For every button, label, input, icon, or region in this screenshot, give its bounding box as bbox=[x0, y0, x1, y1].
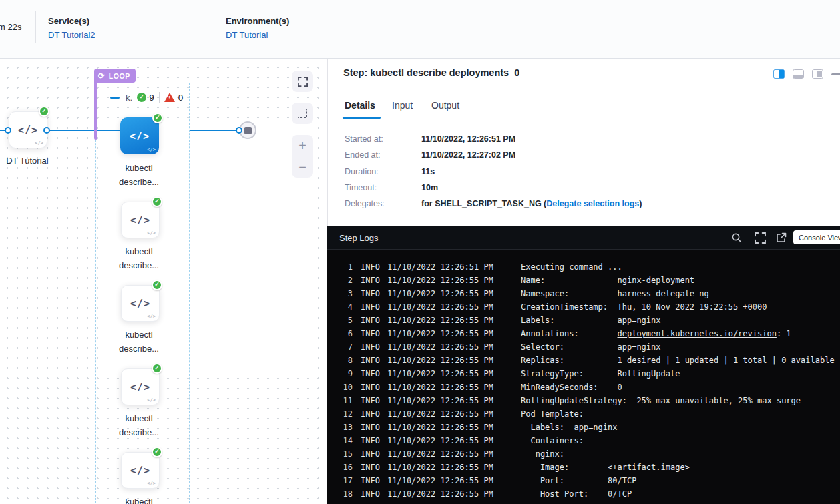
log-line: 6INFO11/10/2022 12:26:55 PMAnnotations: … bbox=[339, 327, 840, 340]
log-level: INFO bbox=[361, 287, 387, 300]
console-view-button[interactable]: Console View bbox=[793, 230, 840, 244]
layout-right-view-button[interactable] bbox=[812, 69, 823, 79]
node-kubectl-describe-4[interactable] bbox=[121, 452, 160, 489]
log-line: 12INFO11/10/2022 12:26:55 PMPod Template… bbox=[339, 407, 840, 421]
log-line: 10INFO11/10/2022 12:26:55 PMMinReadySeco… bbox=[339, 381, 840, 394]
code-mini-icon bbox=[147, 481, 156, 486]
log-message: Executing command ... bbox=[521, 260, 840, 274]
warning-triangle-icon bbox=[164, 93, 175, 102]
log-line-number: 16 bbox=[339, 461, 353, 474]
log-message: Selector: app=nginx bbox=[521, 340, 840, 354]
node-port[interactable] bbox=[5, 127, 11, 134]
tab-details[interactable]: Details bbox=[345, 100, 375, 111]
log-message: Labels: app=nginx bbox=[521, 314, 840, 327]
log-timestamp: 11/10/2022 12:26:55 PM bbox=[387, 340, 521, 354]
log-search-button[interactable] bbox=[731, 232, 742, 246]
log-line: 18INFO11/10/2022 12:26:55 PM Host Port: … bbox=[339, 487, 840, 501]
delegate-selection-logs-link[interactable]: Delegate selection logs bbox=[546, 199, 639, 208]
log-line: 4INFO11/10/2022 12:26:55 PMCreationTimes… bbox=[339, 300, 840, 314]
log-line: 7INFO11/10/2022 12:26:55 PMSelector: app… bbox=[339, 340, 840, 354]
service-link[interactable]: DT Tutorial2 bbox=[48, 30, 95, 40]
status-success-badge bbox=[39, 106, 49, 117]
log-message: Labels: app=nginx bbox=[521, 421, 840, 434]
log-message: Port: 80/TCP bbox=[521, 474, 840, 487]
log-message: Name: nginx-deployment bbox=[521, 274, 840, 287]
node-label: DT Tutorial bbox=[0, 156, 64, 166]
log-level: INFO bbox=[361, 407, 387, 421]
tab-input[interactable]: Input bbox=[392, 100, 413, 111]
field-delegates: Delegates: for SHELL_SCRIPT_TASK_NG (Del… bbox=[345, 199, 642, 208]
success-count: 9 bbox=[149, 93, 154, 103]
log-timestamp: 11/10/2022 12:26:55 PM bbox=[387, 447, 521, 461]
step-details-panel: Step: kubectl describe deployments_0 Det… bbox=[327, 59, 840, 226]
node-kubectl-describe-0[interactable] bbox=[120, 117, 159, 154]
environments-block: Environment(s) DT Tutorial bbox=[226, 16, 289, 40]
log-open-new-tab-button[interactable] bbox=[776, 232, 787, 246]
log-line: 8INFO11/10/2022 12:26:55 PMReplicas: 1 d… bbox=[339, 354, 840, 367]
log-level: INFO bbox=[361, 367, 387, 381]
log-message: Host Port: 0/TCP bbox=[521, 487, 840, 501]
zoom-in-button[interactable]: + bbox=[298, 139, 306, 152]
status-success-badge bbox=[152, 363, 162, 374]
environment-link[interactable]: DT Tutorial bbox=[226, 30, 289, 40]
log-level: INFO bbox=[361, 487, 387, 501]
log-fullscreen-button[interactable] bbox=[755, 232, 766, 246]
code-mini-icon bbox=[147, 314, 156, 319]
log-level: INFO bbox=[361, 274, 387, 287]
log-line-number: 13 bbox=[339, 421, 353, 434]
log-line: 1INFO11/10/2022 12:26:51 PMExecuting com… bbox=[339, 260, 840, 274]
graph-select-button[interactable] bbox=[292, 103, 313, 124]
node-label: kubectl describe... bbox=[99, 246, 179, 270]
step-logs-console[interactable]: 1INFO11/10/2022 12:26:51 PMExecuting com… bbox=[327, 250, 840, 504]
graph-fullscreen-button[interactable] bbox=[292, 71, 313, 92]
count-divider bbox=[159, 92, 160, 103]
layout-bottom-view-button[interactable] bbox=[793, 69, 804, 79]
node-kubectl-describe-1[interactable] bbox=[121, 202, 160, 238]
node-dt-tutorial[interactable] bbox=[9, 111, 47, 148]
layout-split-view-button[interactable] bbox=[773, 69, 785, 79]
bottom-view-fill bbox=[793, 75, 803, 78]
log-line-number: 11 bbox=[339, 394, 353, 407]
node-port[interactable] bbox=[236, 127, 242, 134]
log-timestamp: 11/10/2022 12:26:55 PM bbox=[387, 461, 521, 474]
pipeline-execution-screen: m 22s Service(s) DT Tutorial2 Environmen… bbox=[0, 0, 840, 504]
node-label: kubectl bbox=[99, 497, 179, 504]
log-timestamp: 11/10/2022 12:26:55 PM bbox=[387, 474, 521, 487]
step-logs-header: Step Logs Console View bbox=[327, 226, 840, 250]
header-divider bbox=[35, 11, 36, 43]
fullscreen-icon bbox=[298, 77, 308, 87]
node-port[interactable] bbox=[43, 127, 50, 134]
node-label: kubectl describe... bbox=[99, 413, 179, 437]
log-message: Pod Template: bbox=[521, 407, 840, 421]
zoom-out-button[interactable]: − bbox=[298, 160, 306, 174]
collapse-icon[interactable] bbox=[110, 97, 120, 99]
log-timestamp: 11/10/2022 12:26:55 PM bbox=[387, 274, 521, 287]
code-mini-icon bbox=[147, 397, 156, 403]
log-link[interactable]: deployment.kubernetes.io/revision bbox=[618, 329, 777, 338]
log-line-number: 4 bbox=[339, 300, 353, 314]
services-block: Service(s) DT Tutorial2 bbox=[48, 16, 95, 40]
log-line-number: 14 bbox=[339, 434, 353, 447]
log-timestamp: 11/10/2022 12:26:55 PM bbox=[387, 381, 521, 394]
log-level: INFO bbox=[361, 300, 387, 314]
node-kubectl-describe-3[interactable] bbox=[121, 368, 160, 405]
search-icon bbox=[731, 232, 742, 243]
log-timestamp: 11/10/2022 12:26:55 PM bbox=[387, 367, 521, 381]
tabs-separator bbox=[328, 119, 840, 119]
log-timestamp: 11/10/2022 12:26:55 PM bbox=[387, 407, 521, 421]
log-line-number: 18 bbox=[339, 487, 353, 501]
stop-icon bbox=[244, 127, 252, 134]
node-kubectl-describe-2[interactable] bbox=[121, 285, 160, 322]
minimize-panel-button[interactable] bbox=[831, 73, 840, 75]
code-mini-icon bbox=[147, 230, 156, 236]
loop-badge-label: LOOP bbox=[109, 72, 130, 80]
tab-output[interactable]: Output bbox=[431, 100, 459, 111]
log-timestamp: 11/10/2022 12:26:55 PM bbox=[387, 314, 521, 327]
pipeline-graph-canvas[interactable]: LOOP k. 9 0 DT Tutorial kubectl bbox=[0, 59, 327, 504]
log-level: INFO bbox=[361, 327, 387, 340]
step-title: Step: kubectl describe deployments_0 bbox=[343, 67, 519, 78]
field-ended-at: Ended at: 11/10/2022, 12:27:02 PM bbox=[345, 150, 515, 160]
code-mini-icon bbox=[35, 140, 43, 146]
log-line-number: 15 bbox=[339, 447, 353, 461]
field-timeout: Timeout: 10m bbox=[345, 183, 438, 192]
